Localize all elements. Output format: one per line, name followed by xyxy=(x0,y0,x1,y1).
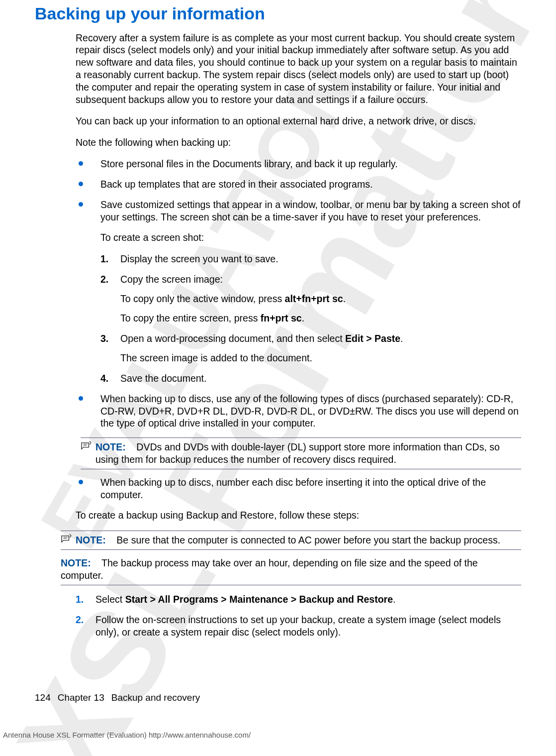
keycombo: alt+fn+prt sc xyxy=(285,293,343,304)
text-run: Select xyxy=(95,594,125,605)
intro-para-3: Note the following when backing up: xyxy=(76,136,521,149)
bullet-item: When backing up to discs, use any of the… xyxy=(76,393,521,430)
step-subtext: The screen image is added to the documen… xyxy=(120,352,521,364)
note-block: NOTE: Be sure that the computer is conne… xyxy=(61,531,521,550)
bullet-item: Back up templates that are stored in the… xyxy=(76,178,521,191)
backup-intro: To create a backup using Backup and Rest… xyxy=(76,509,521,522)
note-icon xyxy=(81,441,92,450)
page-footer: 124 Chapter 13 Backup and recovery xyxy=(35,692,521,703)
bullet-text: Back up templates that are stored in the… xyxy=(100,179,372,190)
text-run: . xyxy=(400,333,403,344)
page-heading: Backing up your information xyxy=(35,3,521,25)
intro-para-2: You can back up your information to an o… xyxy=(76,115,521,127)
bullet-item: Save customized settings that appear in … xyxy=(76,199,521,385)
evaluation-footer: Antenna House XSL Formatter (Evaluation)… xyxy=(0,731,251,739)
step-subtext: To copy only the active window, press al… xyxy=(120,293,521,305)
step-text: Copy the screen image: xyxy=(120,274,223,285)
note-text: DVDs and DVDs with double-layer (DL) sup… xyxy=(95,441,500,465)
note-text: Be sure that the computer is connected t… xyxy=(116,535,500,545)
note-block: NOTE: The backup process may take over a… xyxy=(61,552,521,585)
note-text: The backup process may take over an hour… xyxy=(61,557,478,581)
bullet-item: Store personal files in the Documents li… xyxy=(76,158,521,170)
step-text: Open a word-processing document, and the… xyxy=(120,333,403,344)
note-label: NOTE: xyxy=(95,441,126,452)
text-run: Open a word-processing document, and the… xyxy=(120,333,345,344)
step-item: Display the screen you want to save. xyxy=(100,253,521,265)
page-number: 124 xyxy=(35,692,51,703)
step-text: Display the screen you want to save. xyxy=(120,253,278,264)
menu-path: Start > All Programs > Maintenance > Bac… xyxy=(125,594,393,605)
step-item: Open a word-processing document, and the… xyxy=(100,332,521,364)
bullet-text: Store personal files in the Documents li… xyxy=(100,158,398,169)
bullet-text: When backing up to discs, number each di… xyxy=(100,477,486,500)
note-label: NOTE: xyxy=(76,535,106,545)
step-text: Save the document. xyxy=(120,373,206,384)
chapter-label: Chapter 13 xyxy=(58,692,104,703)
screenshot-intro: To create a screen shot: xyxy=(100,231,521,244)
note-icon xyxy=(61,534,72,543)
step-item: Follow the on-screen instructions to set… xyxy=(76,614,521,639)
text-run: To copy the entire screen, press xyxy=(120,313,261,324)
step-item: Select Start > All Programs > Maintenanc… xyxy=(76,593,521,606)
text-run: . xyxy=(393,594,395,605)
text-run: . xyxy=(302,313,304,324)
keycombo: fn+prt sc xyxy=(261,313,302,324)
text-run: . xyxy=(343,293,346,304)
step-text: Follow the on-screen instructions to set… xyxy=(95,614,501,638)
bullet-text: Save customized settings that appear in … xyxy=(100,199,520,222)
note-label: NOTE: xyxy=(61,557,91,568)
note-block: NOTE: DVDs and DVDs with double-layer (D… xyxy=(81,437,521,469)
chapter-title: Backup and recovery xyxy=(111,692,200,703)
menu-path: Edit > Paste xyxy=(345,333,400,344)
step-item: Copy the screen image: To copy only the … xyxy=(100,273,521,324)
step-item: Save the document. xyxy=(100,372,521,385)
bullet-text: When backing up to discs, use any of the… xyxy=(100,393,519,429)
step-subtext: To copy the entire screen, press fn+prt … xyxy=(120,312,521,324)
intro-para-1: Recovery after a system failure is as co… xyxy=(76,32,521,107)
step-text: Select Start > All Programs > Maintenanc… xyxy=(95,594,395,605)
bullet-item: When backing up to discs, number each di… xyxy=(76,476,521,501)
text-run: To copy only the active window, press xyxy=(120,293,285,304)
